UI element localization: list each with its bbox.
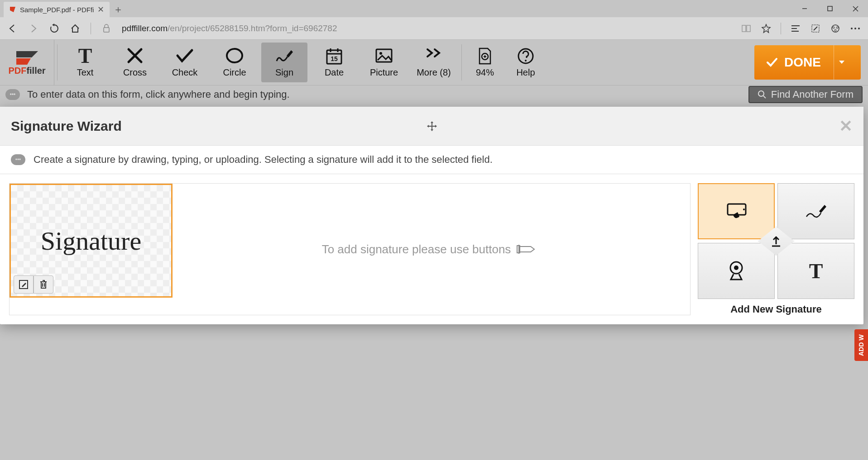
draw-signature-button[interactable]: [777, 183, 854, 239]
reading-view-icon[interactable]: [741, 23, 752, 34]
more-menu-icon[interactable]: [850, 23, 861, 34]
new-tab-button[interactable]: ＋: [110, 2, 127, 17]
tool-label: Cross: [123, 67, 147, 78]
add-signature-label: Add New Signature: [730, 304, 822, 315]
signature-preview: Signature: [41, 226, 141, 256]
browser-tab-strip: Sample_PDF.pdf - PDFfi ✕ ＋: [0, 0, 868, 17]
divider: [781, 23, 781, 34]
home-button[interactable]: [70, 23, 81, 34]
svg-point-31: [525, 60, 527, 62]
svg-line-33: [763, 96, 766, 98]
zoom-level: 94%: [476, 67, 494, 78]
notes-icon[interactable]: [810, 23, 821, 34]
circle-icon: [225, 47, 244, 65]
tool-zoom[interactable]: 94%: [465, 40, 505, 85]
svg-marker-18: [16, 58, 31, 65]
tool-more[interactable]: More (8): [409, 40, 459, 85]
add-side-tab[interactable]: ADD W: [854, 329, 868, 361]
svg-point-11: [833, 27, 834, 28]
tool-sign[interactable]: Sign: [261, 43, 307, 82]
add-signature-panel: T Add New Signature: [698, 183, 854, 315]
type-text-icon: T: [809, 259, 823, 283]
window-controls: [792, 0, 868, 17]
tool-label: Help: [516, 67, 535, 78]
hint-bar: ••• To enter data on this form, click an…: [0, 85, 868, 103]
svg-point-43: [734, 266, 739, 270]
pdffiller-favicon-icon: [9, 6, 16, 13]
zoom-doc-icon: [477, 47, 493, 65]
tool-help[interactable]: Help: [505, 40, 546, 85]
window-minimize-button[interactable]: [792, 0, 817, 17]
tool-label: Sign: [275, 67, 293, 78]
divider: [91, 23, 91, 34]
lock-icon: [101, 23, 112, 34]
tool-date[interactable]: 15 Date: [309, 40, 359, 85]
hub-icon[interactable]: [790, 23, 801, 34]
done-button[interactable]: DONE: [754, 45, 861, 80]
svg-point-15: [854, 28, 856, 29]
svg-point-19: [227, 49, 242, 62]
svg-point-16: [858, 28, 860, 29]
app-logo[interactable]: PDFfiller: [0, 40, 54, 85]
svg-marker-0: [10, 7, 15, 12]
tool-text[interactable]: T Text: [60, 40, 110, 85]
url-path: /en/project/65288159.htm?form_id=6962782: [168, 24, 337, 33]
tab-close-icon[interactable]: ✕: [97, 5, 104, 14]
tool-circle[interactable]: Circle: [210, 40, 259, 85]
tool-label: Text: [77, 67, 94, 78]
pen-draw-icon: [804, 202, 828, 220]
type-signature-button[interactable]: T: [777, 243, 854, 299]
url-display[interactable]: pdffiller.com/en/project/65288159.htm?fo…: [122, 24, 337, 33]
window-close-button[interactable]: [843, 0, 868, 17]
favorite-star-icon[interactable]: [761, 23, 772, 34]
browser-tab[interactable]: Sample_PDF.pdf - PDFfi ✕: [4, 2, 110, 17]
tool-cross[interactable]: Cross: [110, 40, 160, 85]
svg-point-41: [743, 209, 745, 210]
tool-label: Check: [172, 67, 198, 78]
addr-right-controls: [741, 23, 861, 34]
calendar-icon: 15: [325, 47, 343, 65]
tool-picture[interactable]: Picture: [359, 40, 409, 85]
pointing-hand-icon: [516, 241, 541, 257]
find-form-label: Find Another Form: [771, 89, 854, 100]
svg-rect-2: [828, 6, 832, 11]
upload-icon: [769, 234, 783, 248]
done-label: DONE: [784, 55, 821, 70]
forward-button[interactable]: [28, 23, 39, 34]
window-maximize-button[interactable]: [817, 0, 843, 17]
modal-subtitle-row: ••• Create a signature by drawing, typin…: [0, 146, 863, 174]
modal-subtitle: Create a signature by drawing, typing, o…: [34, 154, 493, 166]
svg-point-26: [379, 52, 382, 55]
signature-wizard-modal: Signature Wizard ✕ ••• Create a signatur…: [0, 107, 863, 324]
edit-signature-button[interactable]: [14, 275, 34, 294]
signature-list: Signature To add signature please use bu…: [9, 183, 691, 315]
done-dropdown[interactable]: [834, 45, 849, 80]
modal-close-button[interactable]: ✕: [839, 117, 853, 136]
svg-point-13: [834, 29, 836, 31]
delete-signature-button[interactable]: [34, 275, 53, 294]
move-handle-icon[interactable]: [426, 120, 438, 132]
svg-point-14: [851, 28, 853, 29]
cross-icon: [127, 47, 143, 65]
webcam-signature-button[interactable]: [698, 243, 775, 299]
signature-card[interactable]: Signature: [10, 184, 173, 298]
sign-icon: [274, 47, 295, 65]
share-icon[interactable]: [830, 23, 841, 34]
find-another-form-button[interactable]: Find Another Form: [748, 86, 863, 103]
search-icon: [758, 90, 767, 99]
picture-icon: [375, 47, 393, 65]
svg-rect-5: [104, 28, 109, 32]
back-button[interactable]: [7, 23, 18, 34]
webcam-icon: [727, 261, 745, 281]
modal-body: Signature To add signature please use bu…: [0, 174, 863, 324]
add-signature-options: T: [698, 183, 854, 299]
url-host: pdffiller.com: [122, 24, 168, 33]
signature-prompt: To add signature please use buttons: [173, 184, 690, 315]
hint-bubble-icon: •••: [11, 154, 25, 165]
tool-check[interactable]: Check: [160, 40, 210, 85]
capture-mobile-button[interactable]: [698, 183, 775, 239]
hint-text: To enter data on this form, click anywhe…: [27, 89, 290, 100]
browser-address-bar: pdffiller.com/en/project/65288159.htm?fo…: [0, 17, 868, 40]
edit-icon: [19, 280, 29, 289]
refresh-button[interactable]: [49, 23, 60, 34]
